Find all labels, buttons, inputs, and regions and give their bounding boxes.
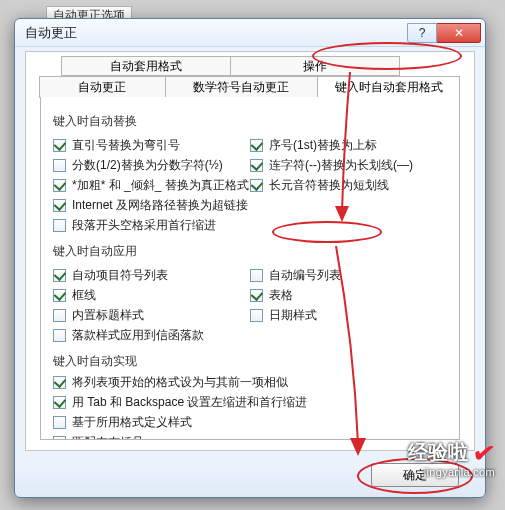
checkbox-label: 序号(1st)替换为上标	[269, 137, 377, 154]
autocorrect-dialog: 自动更正 ? ✕ 自动套用格式 操作 自动更正 数学符号自动更正 键入时自动套用…	[14, 18, 486, 498]
checkbox-label: 自动项目符号列表	[72, 267, 168, 284]
checkbox-label: 将列表项开始的格式设为与其前一项相似	[72, 374, 288, 391]
help-button[interactable]: ?	[407, 23, 437, 43]
section-auto-head: 键入时自动实现	[53, 353, 447, 370]
checkbox[interactable]	[53, 139, 66, 152]
checkbox[interactable]	[250, 159, 263, 172]
checkbox[interactable]	[53, 309, 66, 322]
checkbox-auto-number[interactable]	[250, 269, 263, 282]
checkbox[interactable]	[53, 289, 66, 302]
apply-left-col: 自动项目符号列表 框线 内置标题样式 落款样式应用到信函落款	[53, 264, 250, 347]
checkbox-label: 连字符(--)替换为长划线(—)	[269, 157, 413, 174]
ok-button[interactable]: 确定	[371, 463, 459, 487]
tab-panel: 键入时自动替换 直引号替换为弯引号 分数(1/2)替换为分数字符(½) *加粗*…	[40, 97, 460, 440]
checkbox-label: 表格	[269, 287, 293, 304]
tab-autoformat-as-type[interactable]: 键入时自动套用格式	[317, 76, 460, 98]
checkbox-label: 分数(1/2)替换为分数字符(½)	[72, 157, 223, 174]
checkbox-label: 直引号替换为弯引号	[72, 137, 180, 154]
section-apply-head: 键入时自动应用	[53, 243, 447, 260]
checkbox[interactable]	[250, 179, 263, 192]
window-buttons: ? ✕	[407, 23, 481, 43]
checkbox[interactable]	[250, 309, 263, 322]
checkbox[interactable]	[250, 139, 263, 152]
tab-actions[interactable]: 操作	[230, 56, 400, 76]
checkbox-label: 日期样式	[269, 307, 317, 324]
checkbox[interactable]	[53, 416, 66, 429]
checkbox[interactable]	[53, 269, 66, 282]
checkbox[interactable]	[250, 289, 263, 302]
checkbox-label: 框线	[72, 287, 96, 304]
checkbox-label: 基于所用格式定义样式	[72, 414, 192, 431]
checkbox[interactable]	[53, 436, 66, 440]
checkbox-label: *加粗* 和 _倾斜_ 替换为真正格式	[72, 177, 249, 194]
section-replace-head: 键入时自动替换	[53, 113, 447, 130]
title-bar: 自动更正 ? ✕	[15, 19, 485, 47]
checkbox-label: 自动编号列表	[269, 267, 341, 284]
checkbox[interactable]	[53, 376, 66, 389]
tab-autocorrect[interactable]: 自动更正	[39, 76, 166, 98]
checkbox-label: 匹配左右括号	[72, 434, 144, 440]
checkbox-label: 落款样式应用到信函落款	[72, 327, 204, 344]
checkbox-label: 用 Tab 和 Backspace 设置左缩进和首行缩进	[72, 394, 307, 411]
dialog-title: 自动更正	[25, 24, 77, 42]
ok-button-wrap: 确定	[371, 463, 459, 487]
checkbox[interactable]	[53, 199, 66, 212]
checkbox-label: 内置标题样式	[72, 307, 144, 324]
replace-right-col: 序号(1st)替换为上标 连字符(--)替换为长划线(—) 长元音符替换为短划线	[250, 134, 447, 237]
checkbox[interactable]	[53, 179, 66, 192]
close-button[interactable]: ✕	[437, 23, 481, 43]
replace-left-col: 直引号替换为弯引号 分数(1/2)替换为分数字符(½) *加粗* 和 _倾斜_ …	[53, 134, 250, 237]
checkbox[interactable]	[53, 396, 66, 409]
checkbox-label: Internet 及网络路径替换为超链接	[72, 197, 248, 214]
checkbox[interactable]	[53, 159, 66, 172]
dialog-content: 自动套用格式 操作 自动更正 数学符号自动更正 键入时自动套用格式 键入时自动替…	[25, 51, 475, 451]
checkbox-label: 段落开头空格采用首行缩进	[72, 217, 216, 234]
tab-row-1: 自动套用格式 操作	[62, 56, 400, 76]
checkbox-label: 长元音符替换为短划线	[269, 177, 389, 194]
apply-right-col: 自动编号列表 表格 日期样式	[250, 264, 447, 347]
checkbox[interactable]	[53, 219, 66, 232]
tab-row-2: 自动更正 数学符号自动更正 键入时自动套用格式	[40, 76, 460, 98]
tab-math-autocorrect[interactable]: 数学符号自动更正	[165, 76, 319, 98]
checkbox[interactable]	[53, 329, 66, 342]
tab-autoformat[interactable]: 自动套用格式	[61, 56, 231, 76]
